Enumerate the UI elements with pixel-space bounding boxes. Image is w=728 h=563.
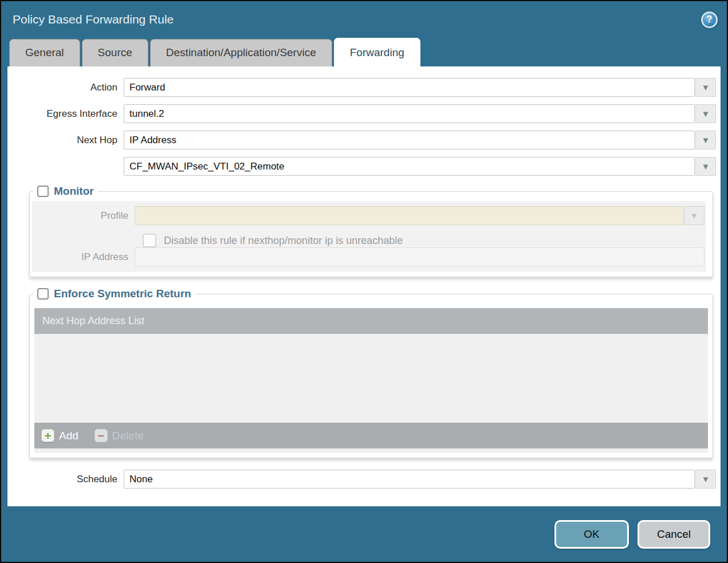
next-hop-address-list-header: Next Hop Address List [34,308,708,334]
chevron-down-icon: ▼ [702,135,710,145]
action-dropdown-button[interactable]: ▼ [695,78,716,97]
add-button[interactable]: + Add [41,429,78,442]
next-hop-address-list-table: Next Hop Address List + Add − Delete [34,308,708,453]
add-button-label: Add [59,430,78,442]
profile-label: Profile [32,210,135,222]
schedule-label: Schedule [7,474,124,485]
disable-rule-row: Disable this rule if nexthop/monitor ip … [143,234,705,247]
disable-rule-checkbox [143,234,156,247]
minus-icon: − [95,429,108,442]
chevron-down-icon: ▼ [702,474,710,484]
next-hop-row: Next Hop IP Address ▼ [7,131,716,149]
next-hop-label: Next Hop [7,135,124,146]
monitor-section: Monitor Profile ▼ Disable this rule if n… [29,185,713,277]
policy-based-forwarding-dialog: Policy Based Forwarding Rule ? General S… [0,0,728,563]
schedule-select[interactable]: None [124,470,695,489]
monitor-profile-select [135,206,683,225]
tab-forwarding[interactable]: Forwarding [334,38,420,66]
next-hop-address-list-body[interactable] [34,334,708,423]
enforce-symmetric-return-legend: Enforce Symmetric Return [33,288,195,300]
next-hop-address-dropdown-button[interactable]: ▼ [695,157,716,176]
monitor-ip-address-row: IP Address [32,247,705,266]
egress-interface-select[interactable]: tunnel.2 [124,104,695,123]
plus-icon: + [41,429,54,442]
schedule-dropdown-button[interactable]: ▼ [695,470,716,489]
chevron-down-icon: ▼ [702,109,710,119]
tab-destination-application-service[interactable]: Destination/Application/Service [150,39,332,66]
enforce-symmetric-return-checkbox[interactable] [37,288,49,300]
tab-strip: General Source Destination/Application/S… [1,38,727,66]
title-bar: Policy Based Forwarding Rule ? [1,1,727,38]
action-select[interactable]: Forward [124,78,695,97]
help-icon[interactable]: ? [701,11,718,28]
chevron-down-icon: ▼ [702,162,710,171]
egress-interface-dropdown-button[interactable]: ▼ [695,104,716,123]
cancel-button[interactable]: Cancel [638,520,710,549]
tab-general[interactable]: General [9,39,80,66]
delete-button-label: Delete [112,430,144,442]
schedule-row: Schedule None ▼ [7,470,716,489]
delete-button: − Delete [95,429,144,442]
profile-row: Profile ▼ [32,206,705,225]
disable-rule-label: Disable this rule if nexthop/monitor ip … [164,235,403,247]
dialog-footer: OK Cancel [1,506,727,562]
ok-button[interactable]: OK [554,520,629,549]
chevron-down-icon: ▼ [702,82,710,92]
enforce-symmetric-return-section: Enforce Symmetric Return Next Hop Addres… [29,288,713,458]
monitor-profile-dropdown-button: ▼ [684,206,705,225]
dialog-title: Policy Based Forwarding Rule [13,13,174,26]
table-bottom-strip [34,448,708,453]
monitor-ip-address-input [135,247,705,266]
forwarding-tab-panel: Action Forward ▼ Egress Interface tunnel… [7,66,721,506]
monitor-checkbox[interactable] [37,186,49,197]
next-hop-address-list-toolbar: + Add − Delete [34,423,708,448]
next-hop-type-dropdown-button[interactable]: ▼ [695,131,716,149]
egress-interface-label: Egress Interface [7,108,124,120]
enforce-symmetric-return-legend-label: Enforce Symmetric Return [54,288,191,300]
next-hop-address-row: CF_MWAN_IPsec_VTI_02_Remote ▼ [7,157,716,176]
monitor-legend-label: Monitor [54,185,94,198]
action-label: Action [7,82,124,93]
tab-source[interactable]: Source [82,39,148,66]
monitor-legend: Monitor [33,185,98,198]
monitor-panel: Profile ▼ Disable this rule if nexthop/m… [32,201,706,272]
action-row: Action Forward ▼ [7,78,716,97]
next-hop-address-select[interactable]: CF_MWAN_IPsec_VTI_02_Remote [124,157,695,176]
monitor-ip-address-label: IP Address [32,251,135,263]
chevron-down-icon: ▼ [690,211,699,221]
next-hop-type-select[interactable]: IP Address [124,131,695,149]
egress-interface-row: Egress Interface tunnel.2 ▼ [7,104,716,123]
